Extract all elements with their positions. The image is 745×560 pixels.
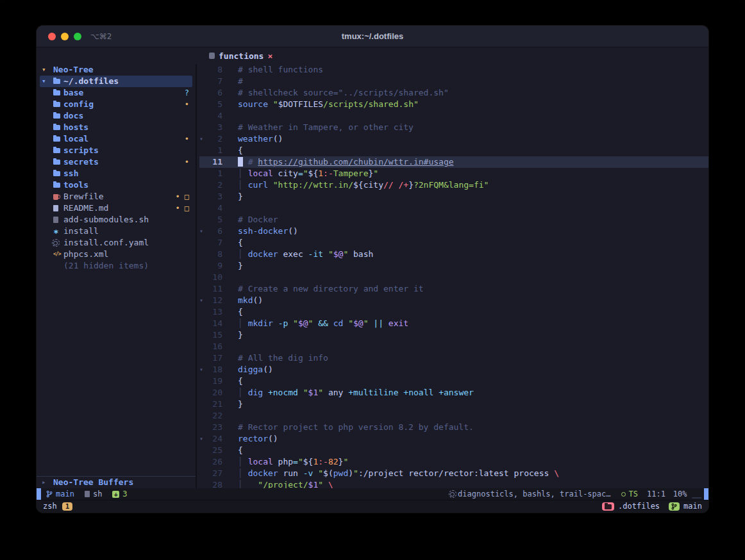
fold-marker-icon[interactable]: ▾ [199,295,208,306]
brew-icon [53,194,58,200]
folder-icon [53,102,60,107]
neotree-item-secrets[interactable]: secrets• [37,156,196,168]
code-text: source "$DOTFILES/scripts/shared.sh" [238,99,419,110]
code-line-3[interactable]: 5source "$DOTFILES/scripts/shared.sh" [199,99,708,110]
item-label: local [63,133,88,145]
item-label: ~/.dotfiles [63,76,119,87]
code-line-25[interactable]: 17# All the dig info [199,352,708,364]
tmux-window-index-badge[interactable]: 1 [62,502,73,511]
code-line-32[interactable]: ▾24rector() [199,433,708,445]
code-line-10[interactable]: 2│ curl "http://wttr.in/${city// /+}?2nF… [199,179,708,191]
code-line-23[interactable]: 15} [199,329,708,341]
code-line-36[interactable]: 28│ "/project/$1" \ [199,479,708,488]
code-line-16[interactable]: 8│ docker exec -it "$@" bash [199,249,708,260]
neotree-item-config[interactable]: config• [37,99,196,110]
neotree-item-hosts[interactable]: hosts [37,122,196,133]
tmux-window-name[interactable]: zsh [43,500,57,513]
neotree-item--dotfiles[interactable]: ▾~/.dotfiles [40,76,192,87]
code-line-34[interactable]: 26│ local php="${1:-82}" [199,456,708,468]
code-line-1[interactable]: 7# [199,76,708,87]
zoom-window-button[interactable] [74,33,81,40]
neotree-item-brewfile[interactable]: Brewfile•□ [37,191,196,202]
code-line-20[interactable]: ▾12mkd() [199,295,708,306]
code-line-9[interactable]: 1│ local city="${1:-Tampere}" [199,168,708,179]
neotree-item-tools[interactable]: tools [37,179,196,191]
tab-functions[interactable]: functions × [204,47,278,64]
code-line-35[interactable]: 27│ docker run -v "$(pwd)":/project rect… [199,468,708,479]
code-line-21[interactable]: 13{ [199,306,708,318]
fold-marker-icon[interactable]: ▾ [199,226,208,237]
neotree-item-install-conf-yaml[interactable]: install.conf.yaml [37,237,196,249]
code-line-8[interactable]: 11 # https://github.com/chubin/wttr.in#u… [199,156,708,168]
git-branch-pill [669,502,680,511]
code-line-13[interactable]: 5# Docker [199,214,708,226]
item-label: README.md [63,202,108,214]
tab-label: functions [219,51,264,61]
code-line-7[interactable]: 1{ [199,145,708,156]
neotree-item-base[interactable]: base? [37,87,196,99]
neotree-buffers-header[interactable]: ▸ Neo-Tree Buffers [37,477,196,488]
code-line-6[interactable]: ▾2weather() [199,133,708,145]
neotree-item-docs[interactable]: docs [37,110,196,122]
neotree-item-add-submodules-sh[interactable]: add-submodules.sh [37,214,196,226]
code-line-30[interactable]: 22 [199,410,708,422]
item-icon-slot [53,217,63,223]
item-icon-slot [53,136,63,142]
code-text: rector() [238,433,278,445]
code-line-17[interactable]: 9} [199,260,708,272]
code-line-24[interactable]: 16 [199,341,708,352]
git-branch-segment[interactable]: main [41,488,80,500]
tab-close-icon[interactable]: × [267,51,272,61]
line-number: 4 [208,202,222,214]
code-line-31[interactable]: 23# Rector project to php version 8.2 by… [199,422,708,433]
code-text: # All the dig info [238,352,328,364]
tmux-session-name: .dotfiles [618,500,660,513]
fold-marker-icon[interactable]: ▾ [199,364,208,375]
code-line-11[interactable]: 3} [199,191,708,202]
item-icon-slot [53,171,63,176]
code-text: # Create a new directory and enter it [238,283,424,295]
editor-pane[interactable]: 8# shell functions7#6# shellcheck source… [197,64,708,488]
code-line-28[interactable]: 20│ dig +nocmd "$1" any +multiline +noal… [199,387,708,399]
git-branch-icon [671,503,677,510]
item-label: Brewfile [63,191,104,202]
item-icon-slot [53,90,63,95]
treesitter-segment: TS [616,488,643,500]
fold-marker-icon[interactable]: ▾ [199,133,208,145]
item-label: add-submodules.sh [63,214,149,226]
code-line-33[interactable]: 25{ [199,445,708,456]
code-line-27[interactable]: 19{ [199,375,708,387]
code-line-29[interactable]: 21} [199,399,708,410]
code-line-14[interactable]: ▾6ssh-docker() [199,226,708,237]
filetype-segment: sh [80,488,107,500]
code-line-4[interactable]: 4 [199,110,708,122]
lsp-clients-label: diagnosticls, bashls, trail-spac… [458,488,610,500]
neotree-source-header[interactable]: ▾ Neo-Tree [37,64,196,76]
code-text: │ mkdir -p "$@" && cd "$@" || exit [238,318,408,329]
code-line-18[interactable]: 10 [199,272,708,283]
code-line-12[interactable]: 4 [199,202,708,214]
code-text: # Rector project to php version 8.2 by d… [238,422,474,433]
code-line-15[interactable]: 7{ [199,237,708,249]
line-number: 18 [208,364,222,375]
neotree-item-readme-md[interactable]: README.md•□ [37,202,196,214]
neotree-item-phpcs-xml[interactable]: </>phpcs.xml [37,249,196,260]
close-window-button[interactable] [48,33,56,40]
minimize-window-button[interactable] [61,33,69,40]
code-line-2[interactable]: 6# shellcheck source="../scripts/shared.… [199,87,708,99]
item-label: scripts [63,145,99,156]
code-line-5[interactable]: 3# Weather in Tampere, or other city [199,122,708,133]
code-line-0[interactable]: 8# shell functions [199,64,708,76]
neotree-item-scripts[interactable]: scripts [37,145,196,156]
code-line-26[interactable]: ▾18digga() [199,364,708,375]
code-line-19[interactable]: 11# Create a new directory and enter it [199,283,708,295]
folder-icon [53,148,60,153]
expander-icon[interactable]: ▾ [42,76,53,87]
code-text: # https://github.com/chubin/wttr.in#usag… [238,156,454,168]
fold-column [199,410,208,422]
neotree-item-local[interactable]: local• [37,133,196,145]
fold-marker-icon[interactable]: ▾ [199,433,208,445]
neotree-item-ssh[interactable]: ssh [37,168,196,179]
neotree-item-install[interactable]: ∗install [37,226,196,237]
code-line-22[interactable]: 14│ mkdir -p "$@" && cd "$@" || exit [199,318,708,329]
